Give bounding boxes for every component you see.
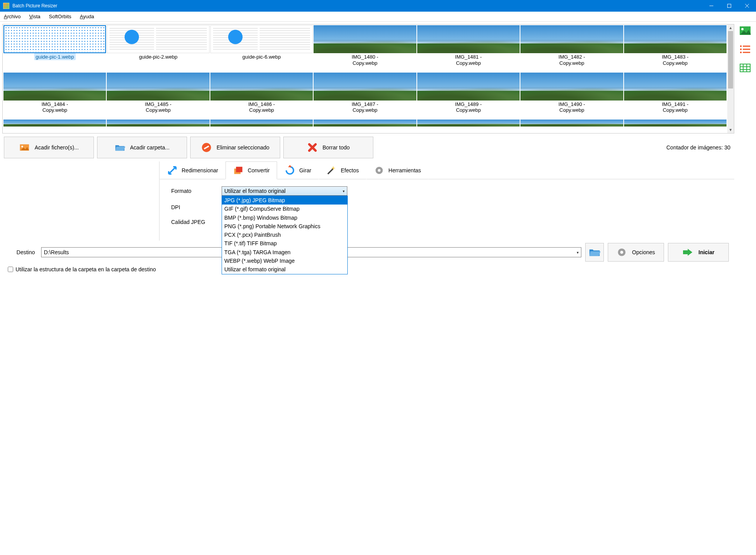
add-files-button[interactable]: Acadir fichero(s)... xyxy=(4,137,94,158)
thumbnail-image xyxy=(624,25,727,53)
svg-rect-6 xyxy=(236,167,242,172)
options-button[interactable]: Opciones xyxy=(608,243,664,262)
thumbnail-item[interactable]: guide-pic-6.webp xyxy=(210,25,313,72)
thumbnail-panel: guide-pic-1.webpguide-pic-2.webpguide-pi… xyxy=(2,24,734,134)
thumbnail-item[interactable] xyxy=(624,120,727,132)
format-option[interactable]: BMP (*.bmp) Windows Bitmap xyxy=(222,213,347,222)
thumbnail-item[interactable]: IMG_1480 - Copy.webp xyxy=(314,25,416,72)
thumbnail-image xyxy=(107,73,209,101)
start-arrow-icon xyxy=(682,248,693,257)
format-combobox[interactable]: Utilizar el formato original ▾ JPG (*.jp… xyxy=(222,186,347,196)
tab-rotate[interactable]: Girar xyxy=(277,161,319,179)
label-format: Formato xyxy=(171,188,222,194)
thumbnail-caption: IMG_1481 - Copy.webp xyxy=(454,53,484,66)
scroll-thumb[interactable] xyxy=(728,31,733,88)
btn-label: Borrar todo xyxy=(323,144,350,151)
menu-vista[interactable]: Vista xyxy=(28,13,42,20)
thumbnail-image xyxy=(107,25,209,53)
thumbnail-caption: guide-pic-6.webp xyxy=(241,53,283,60)
tab-resize[interactable]: Redimensionar xyxy=(160,161,225,179)
scroll-up-button[interactable]: ▲ xyxy=(727,24,734,31)
thumbnail-item[interactable]: IMG_1485 - Copy.webp xyxy=(107,73,209,119)
close-button[interactable] xyxy=(738,0,756,12)
thumbnail-item[interactable]: IMG_1487 - Copy.webp xyxy=(314,73,416,119)
format-option[interactable]: TGA (*.tga) TARGA Imagen xyxy=(222,248,347,257)
thumbnail-item[interactable] xyxy=(314,120,416,132)
thumbnail-caption: IMG_1482 - Copy.webp xyxy=(557,53,587,66)
format-option[interactable]: TIF (*.tif) TIFF Bitmap xyxy=(222,239,347,248)
destination-value: D:\Results xyxy=(44,249,69,255)
svg-rect-0 xyxy=(728,4,731,8)
minimize-button[interactable] xyxy=(702,0,720,12)
format-option[interactable]: PNG (*.png) Portable Network Graphics xyxy=(222,222,347,231)
tab-convert[interactable]: Convertir xyxy=(225,161,277,179)
action-toolbar: Acadir fichero(s)... Acadir carpeta... E… xyxy=(2,134,734,161)
thumbnail-item[interactable]: IMG_1489 - Copy.webp xyxy=(417,73,520,119)
thumbnail-item[interactable] xyxy=(107,120,209,132)
chevron-down-icon: ▾ xyxy=(577,250,579,255)
thumbnail-item[interactable]: IMG_1491 - Copy.webp xyxy=(624,73,727,119)
delete-selected-button[interactable]: Eliminar seleccionado xyxy=(190,137,280,158)
svg-point-8 xyxy=(378,169,380,172)
thumbnail-item[interactable]: IMG_1486 - Copy.webp xyxy=(210,73,313,119)
close-icon xyxy=(745,4,749,8)
menu-archivo[interactable]: Archivo xyxy=(2,13,22,20)
format-option[interactable]: PCX (*.pcx) PaintBrush xyxy=(222,231,347,239)
thumbnail-image xyxy=(3,120,106,127)
thumbnail-caption: guide-pic-2.webp xyxy=(137,53,179,60)
thumbnail-item[interactable]: IMG_1484 - Copy.webp xyxy=(3,73,106,119)
tab-tools[interactable]: Herramientas xyxy=(366,161,428,179)
view-thumbnails-button[interactable] xyxy=(739,26,752,36)
format-option[interactable]: WEBP (*.webp) WebP Image xyxy=(222,257,347,265)
btn-label: Acadir fichero(s)... xyxy=(35,144,79,151)
format-selected: Utilizar el formato original xyxy=(224,188,286,194)
thumbnail-image xyxy=(314,25,416,53)
format-option[interactable]: GIF (*.gif) CompuServe Bitmap xyxy=(222,205,347,213)
clear-icon xyxy=(307,142,318,153)
use-folder-structure-label: Utilizar la estructura de la carpeta en … xyxy=(16,266,156,272)
thumbnail-item[interactable]: guide-pic-2.webp xyxy=(107,25,209,72)
btn-label: Eliminar seleccionado xyxy=(217,144,269,151)
resize-icon xyxy=(167,165,178,176)
minimize-icon xyxy=(709,4,713,8)
thumbnail-item[interactable]: IMG_1481 - Copy.webp xyxy=(417,25,520,72)
menu-ayuda[interactable]: Ayuda xyxy=(78,13,96,20)
folder-open-icon xyxy=(589,248,600,257)
thumbnail-image xyxy=(520,73,623,101)
thumbnail-grid[interactable]: guide-pic-1.webpguide-pic-2.webpguide-pi… xyxy=(3,24,727,133)
gear-icon xyxy=(617,247,627,257)
start-button[interactable]: Iniciar xyxy=(668,243,729,262)
app-icon xyxy=(3,3,9,9)
thumbnail-image xyxy=(417,73,520,101)
format-option[interactable]: JPG (*.jpg) JPEG Bitmap xyxy=(222,196,347,205)
maximize-button[interactable] xyxy=(720,0,738,12)
clear-all-button[interactable]: Borrar todo xyxy=(283,137,373,158)
thumbnail-item[interactable]: guide-pic-1.webp xyxy=(3,25,106,72)
titlebar: Batch Picture Resizer xyxy=(0,0,756,12)
thumbnail-caption: guide-pic-1.webp xyxy=(34,53,76,60)
view-grid-button[interactable] xyxy=(739,63,752,73)
view-list-button[interactable] xyxy=(739,44,752,54)
thumbnail-scrollbar[interactable]: ▲ ▼ xyxy=(727,24,734,133)
thumbnail-caption: IMG_1486 - Copy.webp xyxy=(247,101,277,113)
image-icon xyxy=(19,142,30,153)
thumbnail-item[interactable] xyxy=(210,120,313,132)
thumbnail-item[interactable] xyxy=(520,120,623,132)
scroll-down-button[interactable]: ▼ xyxy=(727,127,734,133)
thumbnail-image xyxy=(417,120,520,127)
menu-softorbits[interactable]: SoftOrbits xyxy=(47,13,73,20)
thumbnail-image xyxy=(417,25,520,53)
thumbnail-item[interactable]: IMG_1483 - Copy.webp xyxy=(624,25,727,72)
thumbnail-item[interactable] xyxy=(417,120,520,132)
thumbnail-item[interactable]: IMG_1482 - Copy.webp xyxy=(520,25,623,72)
tab-effects[interactable]: Efectos xyxy=(319,161,366,179)
thumbnail-image xyxy=(210,120,313,127)
format-dropdown[interactable]: JPG (*.jpg) JPEG BitmapGIF (*.gif) Compu… xyxy=(222,196,348,274)
thumbnail-item[interactable] xyxy=(3,120,106,132)
thumbnail-caption: IMG_1490 - Copy.webp xyxy=(557,101,587,113)
add-folder-button[interactable]: Acadir carpeta... xyxy=(97,137,187,158)
format-option[interactable]: Utilizar el formato original xyxy=(222,265,347,274)
use-folder-structure-checkbox[interactable] xyxy=(8,267,13,272)
thumbnail-item[interactable]: IMG_1490 - Copy.webp xyxy=(520,73,623,119)
browse-folder-button[interactable] xyxy=(585,243,604,262)
